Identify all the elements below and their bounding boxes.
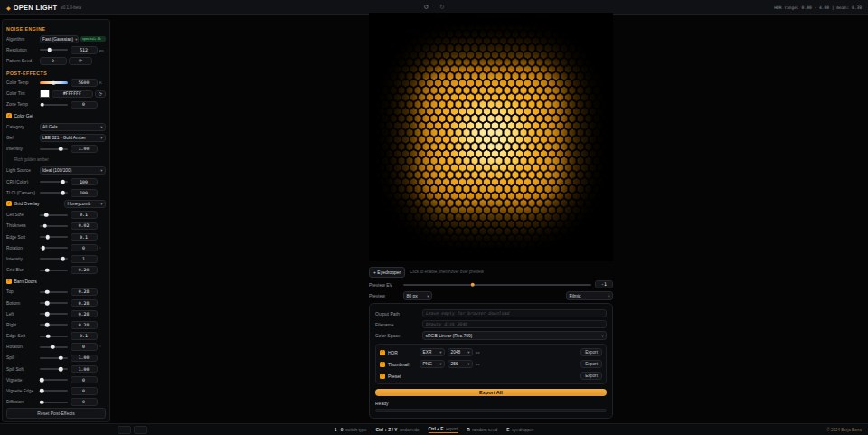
preview-size-select[interactable]: 80 px ▾ bbox=[403, 291, 432, 300]
edge-soft-value[interactable]: 0.1 bbox=[71, 332, 98, 340]
reset-post-effects-button[interactable]: Reset Post-Effects bbox=[6, 408, 106, 419]
hdr-label: HDR bbox=[388, 350, 417, 355]
thickness-value[interactable]: 0.02 bbox=[71, 222, 98, 231]
cri-color-slider[interactable] bbox=[40, 181, 69, 183]
control-label: Algorithm bbox=[6, 37, 37, 42]
export-status: Ready bbox=[375, 401, 607, 406]
intensity-slider[interactable] bbox=[40, 258, 69, 260]
rotation-slider[interactable] bbox=[40, 346, 69, 348]
filename-input[interactable] bbox=[422, 320, 607, 328]
footer-shortcuts: 1 - 9switch typeCtrl + Z / Yundo/redoCtr… bbox=[335, 427, 533, 433]
rotation-slider[interactable] bbox=[40, 247, 69, 249]
color-gel-checkbox[interactable]: ✓ bbox=[6, 113, 12, 118]
reset-tint-button[interactable]: ⟳ bbox=[95, 90, 106, 99]
intensity-value[interactable]: 1.00 bbox=[71, 145, 98, 153]
eyedropper-button[interactable]: + Eyedropper bbox=[369, 267, 405, 278]
export-all-button[interactable]: Export All bbox=[375, 389, 607, 396]
footer-chip[interactable] bbox=[118, 426, 131, 434]
algorithm-select[interactable]: Fast (Gaussian)▾ bbox=[40, 35, 79, 43]
light-source-select[interactable]: Ideal (100/100)▾ bbox=[40, 166, 107, 175]
thickness-slider[interactable] bbox=[40, 225, 69, 227]
resolution-slider[interactable] bbox=[40, 49, 69, 51]
thumbnail-export-button[interactable]: Export bbox=[580, 360, 602, 368]
bottom-value[interactable]: 0.28 bbox=[71, 299, 98, 307]
color-space-select[interactable]: sRGB Linear (Rec.709) ▾ bbox=[422, 331, 607, 340]
vignette-value[interactable]: 0 bbox=[71, 376, 98, 384]
vignette-edge-slider[interactable] bbox=[40, 390, 69, 392]
rotation-value[interactable]: 0 bbox=[71, 343, 98, 351]
hdr-export-button[interactable]: Export bbox=[580, 348, 602, 356]
undo-icon[interactable]: ↺ bbox=[423, 4, 429, 11]
vignette-slider[interactable] bbox=[40, 379, 69, 381]
honeycomb-select[interactable]: Honeycomb▾ bbox=[64, 200, 106, 208]
rotation-value[interactable]: 0 bbox=[71, 244, 98, 252]
barn-doors-checkbox[interactable]: ✓ bbox=[6, 279, 12, 284]
unit-label: ° bbox=[99, 246, 106, 251]
randomize-seed-button[interactable]: ⟳ bbox=[69, 57, 92, 65]
spill-value[interactable]: 1.00 bbox=[71, 355, 98, 363]
tlci-camera-slider[interactable] bbox=[40, 192, 69, 194]
left-slider[interactable] bbox=[40, 313, 69, 315]
top-value[interactable]: 0.28 bbox=[71, 288, 98, 297]
export-row: ✓PresetExport bbox=[380, 371, 602, 381]
cell-size-slider[interactable] bbox=[40, 214, 69, 216]
intensity-value[interactable]: 1 bbox=[71, 255, 98, 263]
thumbnail-checkbox[interactable]: ✓ bbox=[380, 362, 385, 367]
resolution-value[interactable]: 512 bbox=[71, 46, 98, 54]
footer-chip[interactable] bbox=[134, 426, 147, 434]
cri-color-value[interactable]: 100 bbox=[71, 178, 98, 186]
zone-temp-value[interactable]: 0 bbox=[71, 101, 98, 109]
right-slider[interactable] bbox=[40, 324, 69, 326]
tint-hex-value[interactable]: #FFFFFF bbox=[52, 90, 93, 99]
grid-blur-value[interactable]: 0.20 bbox=[71, 266, 98, 274]
hdr-size-select-value: 2048 bbox=[451, 350, 461, 355]
preset-export-button[interactable]: Export bbox=[580, 372, 602, 380]
spill-slider[interactable] bbox=[40, 357, 69, 359]
control-row: Cell Size0.1 bbox=[6, 210, 106, 221]
tlci-camera-value[interactable]: 100 bbox=[71, 189, 98, 197]
hdr-size-select[interactable]: 2048▾ bbox=[448, 348, 473, 356]
edge-soft-value[interactable]: 0.1 bbox=[71, 233, 98, 241]
zone-temp-slider[interactable] bbox=[40, 104, 69, 106]
control-label: Left bbox=[6, 312, 37, 317]
shortcut-export: Ctrl + Eexport bbox=[429, 427, 458, 433]
diffusion-slider[interactable] bbox=[40, 402, 69, 403]
preset-checkbox[interactable]: ✓ bbox=[380, 374, 385, 379]
spill-soft-slider[interactable] bbox=[40, 368, 69, 370]
top-slider[interactable] bbox=[40, 291, 69, 293]
color-temp-slider[interactable] bbox=[40, 81, 69, 84]
right-value[interactable]: 0.28 bbox=[71, 321, 98, 329]
seed-input[interactable]: 0 bbox=[40, 57, 67, 65]
thumbnail-size-select[interactable]: 256▾ bbox=[448, 360, 473, 368]
thumbnail-label: Thumbnail bbox=[388, 362, 417, 367]
edge-soft-slider[interactable] bbox=[40, 236, 69, 238]
diffusion-value[interactable]: 0 bbox=[71, 398, 98, 406]
thumbnail-format-select[interactable]: PNG▾ bbox=[420, 360, 445, 368]
cell-size-value[interactable]: 0.1 bbox=[71, 211, 98, 219]
control-label: Vignette bbox=[6, 378, 37, 383]
redo-icon[interactable]: ↻ bbox=[439, 4, 445, 11]
grid-overlay-checkbox[interactable]: ✓ bbox=[6, 201, 12, 206]
unit-label: px bbox=[476, 362, 482, 366]
grid-blur-slider[interactable] bbox=[40, 270, 69, 271]
left-value[interactable]: 0.28 bbox=[71, 310, 98, 318]
tone-mapping-select[interactable]: Filmic ▾ bbox=[566, 291, 613, 300]
color-temp-value[interactable]: 5600 bbox=[71, 79, 98, 87]
preview-canvas[interactable] bbox=[369, 13, 613, 261]
chevron-down-icon: ▾ bbox=[427, 294, 429, 298]
control-label: Edge Soft bbox=[6, 235, 37, 240]
vignette-edge-value[interactable]: 0 bbox=[71, 387, 98, 395]
tint-color-swatch[interactable] bbox=[40, 90, 50, 98]
preview-ev-slider[interactable] bbox=[403, 284, 591, 286]
hdr-format-select[interactable]: EXR▾ bbox=[420, 348, 445, 356]
spill-soft-value[interactable]: 1.00 bbox=[71, 365, 98, 374]
output-path-input[interactable] bbox=[422, 309, 607, 317]
gel-select[interactable]: LEE 021 - Gold Amber▾ bbox=[40, 134, 107, 142]
intensity-slider[interactable] bbox=[40, 148, 69, 150]
bottom-slider[interactable] bbox=[40, 302, 69, 304]
edge-soft-slider[interactable] bbox=[40, 336, 69, 337]
preview-ev-value[interactable]: -1 bbox=[595, 280, 613, 288]
control-row: Reset Post-Effects bbox=[6, 408, 106, 419]
category-select[interactable]: All Gels▾ bbox=[40, 123, 107, 131]
hdr-checkbox[interactable]: ✓ bbox=[380, 350, 385, 355]
